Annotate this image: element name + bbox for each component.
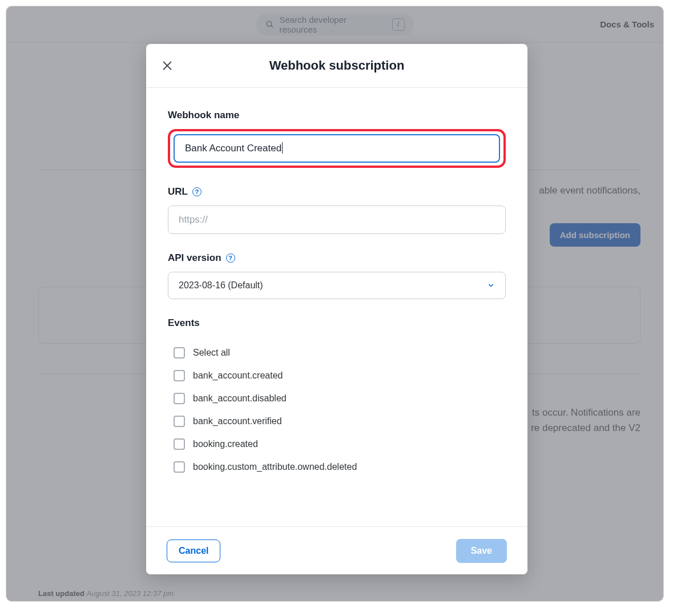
webhook-name-field: Webhook name Bank Account Created — [168, 110, 506, 168]
modal-header: Webhook subscription — [146, 44, 527, 88]
event-item[interactable]: bank_account.created — [168, 364, 506, 387]
event-label: booking.created — [193, 439, 258, 449]
api-version-label-text: API version — [168, 252, 221, 264]
text-caret — [282, 142, 283, 154]
modal-body[interactable]: Webhook name Bank Account Created URL ? — [146, 88, 527, 526]
event-item[interactable]: booking.custom_attribute.owned.deleted — [168, 456, 506, 478]
modal-footer: Cancel Save — [146, 526, 527, 574]
event-label: bank_account.disabled — [193, 393, 287, 404]
api-version-field: API version ? 2023-08-16 (Default) — [168, 252, 506, 299]
webhook-subscription-modal: Webhook subscription Webhook name Bank A… — [146, 44, 527, 574]
checkbox[interactable] — [174, 461, 185, 473]
event-label: bank_account.created — [193, 371, 283, 381]
event-item[interactable]: bank_account.disabled — [168, 387, 506, 410]
webhook-name-value: Bank Account Created — [185, 143, 281, 154]
checkbox[interactable] — [174, 347, 185, 359]
help-icon[interactable]: ? — [192, 187, 202, 196]
event-item[interactable]: bank_account.verified — [168, 410, 506, 433]
checkbox[interactable] — [174, 393, 185, 404]
api-version-value: 2023-08-16 (Default) — [179, 280, 263, 291]
event-label: Select all — [193, 348, 230, 358]
checkbox[interactable] — [174, 438, 185, 450]
url-input[interactable] — [168, 206, 506, 234]
events-label: Events — [168, 317, 506, 329]
close-icon — [161, 59, 174, 72]
checkbox[interactable] — [174, 370, 185, 381]
event-label: bank_account.verified — [193, 416, 282, 426]
help-icon[interactable]: ? — [226, 253, 235, 263]
event-item[interactable]: booking.created — [168, 433, 506, 456]
chevron-down-icon — [487, 281, 495, 289]
webhook-name-input[interactable]: Bank Account Created — [174, 134, 500, 163]
save-button[interactable]: Save — [456, 539, 507, 563]
cancel-button[interactable]: Cancel — [167, 539, 220, 562]
webhook-name-label: Webhook name — [168, 110, 506, 121]
url-label-text: URL — [168, 186, 188, 198]
modal-title: Webhook subscription — [269, 58, 405, 73]
checkbox[interactable] — [174, 416, 185, 427]
event-label: booking.custom_attribute.owned.deleted — [193, 462, 357, 472]
event-select-all[interactable]: Select all — [168, 341, 506, 364]
url-label: URL ? — [168, 186, 506, 198]
api-version-label: API version ? — [168, 252, 506, 264]
close-button[interactable] — [159, 57, 176, 74]
url-field: URL ? — [168, 186, 506, 234]
api-version-select[interactable]: 2023-08-16 (Default) — [168, 272, 506, 299]
events-section: Events Select all bank_account.created b… — [168, 317, 506, 478]
highlight-annotation: Bank Account Created — [168, 129, 506, 168]
